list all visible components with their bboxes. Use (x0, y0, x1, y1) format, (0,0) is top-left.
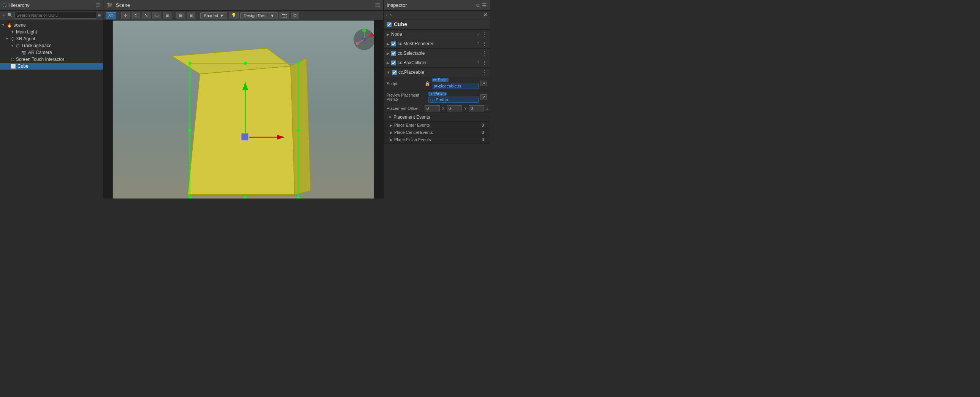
inspector-close-button[interactable]: ✕ (483, 12, 488, 18)
object-name-row: Cube (383, 19, 490, 30)
mesh-renderer-section-header[interactable]: ▶ cc.MeshRenderer ? ⋮ (383, 39, 490, 48)
placeable-menu-icon[interactable]: ⋮ (482, 69, 487, 75)
svg-point-21 (370, 33, 374, 37)
node-section-header[interactable]: ▶ Node ? ⋮ (383, 30, 490, 39)
placement-events-header[interactable]: ▼ Placement Events (383, 113, 490, 122)
scene-gizmo (353, 28, 375, 51)
toolbar-separator-1 (119, 12, 119, 19)
hierarchy-header: ⬡ Hierarchy ☰ (0, 0, 103, 11)
camera-button[interactable]: 📷 (279, 12, 289, 19)
scene-header: 🎬 Scene ☰ (103, 0, 383, 11)
scale-tool-button[interactable]: ⤡ (142, 12, 151, 19)
script-property-value: cc.Script (432, 78, 479, 89)
inspector-maximize-icon[interactable]: ⧉ (476, 3, 480, 8)
tree-item-tracking-space[interactable]: ▼ ⬡ TrackingSpace (0, 42, 103, 49)
component-box-collider: ▶ cc.BoxCollider ? ⋮ (383, 58, 490, 68)
svg-rect-14 (242, 133, 248, 140)
mesh-renderer-help-icon[interactable]: ? (477, 41, 479, 46)
place-finish-events-row[interactable]: ▶ Place Finish Events 0 (383, 136, 490, 143)
nav-forward-button[interactable]: › (390, 12, 392, 18)
xr-agent-arrow: ▼ (5, 37, 11, 41)
script-input[interactable] (432, 83, 479, 89)
nav-back-button[interactable]: ‹ (386, 12, 388, 18)
placeable-section-header[interactable]: ▼ cc.Placeable ⋮ (383, 68, 490, 77)
svg-point-9 (297, 129, 300, 132)
placeable-expand-arrow: ▼ (387, 70, 390, 75)
component-placeable: ▼ cc.Placeable ⋮ Script 🔒 cc.Script (383, 68, 490, 144)
offset-y-input[interactable] (447, 105, 462, 112)
hierarchy-menu-icon[interactable]: ☰ (95, 2, 101, 9)
hierarchy-tree: ▼ 🔥 scene ☀ Main Light ▼ ⬡ XR Agent (0, 20, 103, 199)
main-layout: ⬡ Hierarchy ☰ + 🔍 ≡ ▼ 🔥 scene (0, 0, 490, 199)
selectable-enabled-checkbox[interactable] (391, 51, 396, 56)
toolbar-separator-2 (174, 12, 174, 19)
search-input[interactable] (14, 12, 96, 19)
object-enabled-checkbox[interactable] (387, 22, 391, 27)
offset-x-input[interactable] (425, 105, 440, 112)
script-lock-icon: 🔒 (425, 81, 430, 86)
selectable-section-header[interactable]: ▶ cc.Selectable ⋮ (383, 49, 490, 58)
place-enter-label: Place Enter Events (394, 123, 482, 128)
script-file-button[interactable]: ↗ (480, 81, 487, 86)
place-enter-arrow: ▶ (390, 123, 393, 128)
node-expand-arrow: ▶ (387, 32, 390, 37)
y-axis-label: Y (463, 107, 468, 111)
tree-item-ar-camera[interactable]: 📷 AR Camera (0, 49, 103, 56)
node-menu-icon[interactable]: ⋮ (482, 31, 487, 37)
inspector-panel: Inspector ⧉ ☰ ‹ › ✕ Cube ▶ (383, 0, 490, 199)
box-collider-menu-icon[interactable]: ⋮ (482, 60, 487, 66)
placement-events-title: Placement Events (393, 115, 430, 120)
light-toggle-button[interactable]: 💡 (229, 12, 239, 19)
mode-3d-button[interactable]: 3D (106, 12, 116, 19)
placement-events-arrow: ▼ (388, 115, 392, 120)
place-cancel-label: Place Cancel Events (394, 130, 482, 135)
mesh-renderer-enabled-checkbox[interactable] (391, 41, 396, 46)
place-enter-events-row[interactable]: ▶ Place Enter Events 0 (383, 122, 490, 129)
preview-prefab-input[interactable] (428, 97, 479, 103)
box-collider-help-icon[interactable]: ? (477, 61, 479, 65)
hierarchy-search-bar: + 🔍 ≡ (0, 11, 103, 20)
component-selectable: ▶ cc.Selectable ⋮ (383, 49, 490, 58)
all-tool-button[interactable]: ⊞ (163, 12, 172, 19)
xr-agent-label: XR Agent (16, 36, 35, 41)
preview-prefab-file-button[interactable]: ↗ (480, 94, 487, 100)
tree-item-main-light[interactable]: ☀ Main Light (0, 29, 103, 35)
global-button[interactable]: ⊞ (187, 12, 196, 19)
inspector-menu-icon[interactable]: ☰ (482, 2, 487, 8)
object-name-label: Cube (394, 21, 407, 27)
scene-menu-icon[interactable]: ☰ (375, 2, 380, 9)
tree-item-cube[interactable]: ⬜ Cube (0, 63, 103, 70)
box-collider-enabled-checkbox[interactable] (391, 61, 396, 65)
scene-flame-icon: 🔥 (7, 23, 12, 28)
script-tag-row: cc.Script (432, 78, 449, 82)
z-axis-label: Z (485, 107, 490, 111)
shaded-dropdown[interactable]: Shaded ▼ (200, 12, 228, 19)
cc-prefab-tag: cc.Prefab (428, 92, 447, 96)
rect-tool-button[interactable]: ▭ (152, 12, 161, 19)
tree-item-scene[interactable]: ▼ 🔥 scene (0, 22, 103, 29)
settings-button[interactable]: ⚙ (291, 12, 299, 19)
app-container: ⬡ Hierarchy ☰ + 🔍 ≡ ▼ 🔥 scene (0, 0, 490, 199)
placeable-enabled-checkbox[interactable] (392, 70, 397, 75)
list-icon[interactable]: ≡ (98, 12, 101, 18)
pivot-button[interactable]: ⊟ (177, 12, 185, 19)
rotate-tool-button[interactable]: ↻ (132, 12, 140, 19)
cc-script-tag: cc.Script (432, 78, 449, 82)
place-cancel-events-row[interactable]: ▶ Place Cancel Events 0 (383, 129, 490, 136)
placement-offset-label: Placement Offset (387, 106, 425, 111)
node-help-icon[interactable]: ? (477, 32, 479, 37)
hierarchy-add-icon[interactable]: + (2, 12, 6, 19)
box-collider-section-header[interactable]: ▶ cc.BoxCollider ? ⋮ (383, 58, 490, 67)
component-node: ▶ Node ? ⋮ (383, 30, 490, 39)
tree-item-screen-touch-interactor[interactable]: ⬡ Screen Touch Interactor (0, 56, 103, 63)
mesh-renderer-menu-icon[interactable]: ⋮ (482, 41, 487, 47)
offset-z-input[interactable] (469, 105, 484, 112)
scene-header-title: Scene (116, 2, 372, 8)
selectable-menu-icon[interactable]: ⋮ (482, 50, 487, 56)
tree-item-xr-agent[interactable]: ▼ ⬡ XR Agent (0, 35, 103, 42)
scene-viewport[interactable] (103, 21, 383, 199)
move-tool-button[interactable]: ✛ (121, 12, 130, 19)
design-res-dropdown[interactable]: Design Res... ▼ (240, 12, 278, 19)
inspector-title: Inspector (387, 2, 476, 8)
toolbar-separator-3 (198, 12, 198, 19)
